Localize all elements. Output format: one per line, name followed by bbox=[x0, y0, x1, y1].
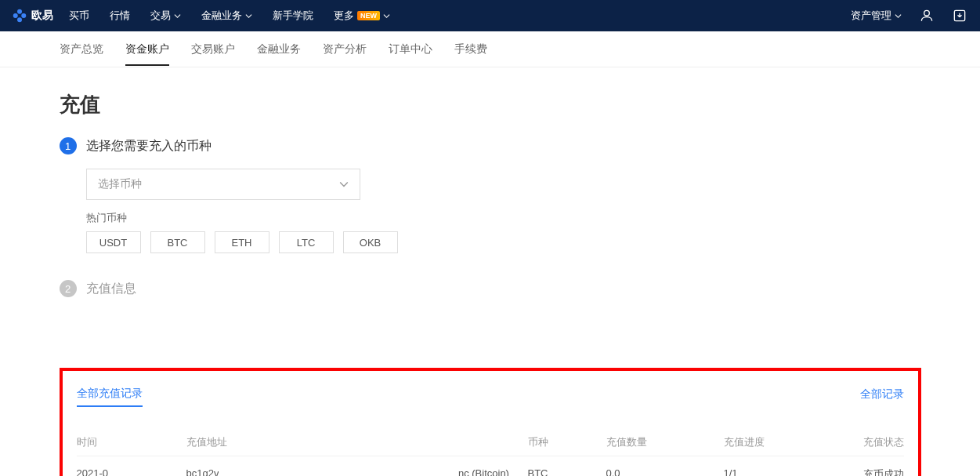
tab-overview[interactable]: 资产总览 bbox=[60, 33, 103, 66]
user-icon[interactable] bbox=[919, 8, 935, 24]
chevron-down-icon bbox=[339, 180, 349, 189]
coin-chip-eth[interactable]: ETH bbox=[215, 231, 269, 253]
svg-point-2 bbox=[21, 13, 26, 18]
svg-point-4 bbox=[924, 10, 930, 16]
col-header-coin: 币种 bbox=[528, 435, 606, 449]
col-header-time: 时间 bbox=[77, 435, 186, 449]
nav-trade[interactable]: 交易 bbox=[150, 9, 181, 23]
brand-logo[interactable]: 欧易 bbox=[13, 9, 53, 23]
records-tab-row: 全部充值记录 全部记录 bbox=[77, 382, 904, 407]
hot-coins-row: USDT BTC ETH LTC OKB bbox=[86, 231, 921, 253]
nav-market[interactable]: 行情 bbox=[110, 9, 130, 23]
new-badge: NEW bbox=[357, 11, 380, 20]
col-header-addr: 充值地址 bbox=[186, 435, 528, 449]
tab-trading[interactable]: 交易账户 bbox=[191, 33, 235, 66]
subnav-tabs: 资产总览 资金账户 交易账户 金融业务 资产分析 订单中心 手续费 bbox=[60, 31, 921, 67]
coin-chip-btc[interactable]: BTC bbox=[150, 231, 205, 253]
coin-chip-ltc[interactable]: LTC bbox=[279, 231, 334, 253]
step-1-header: 1 选择您需要充入的币种 bbox=[60, 137, 921, 154]
svg-point-1 bbox=[13, 13, 18, 18]
tab-fees[interactable]: 手续费 bbox=[454, 33, 487, 66]
records-panel: 全部充值记录 全部记录 时间 充值地址 币种 充值数量 充值进度 充值状态 20… bbox=[60, 368, 921, 476]
step-1-title: 选择您需要充入的币种 bbox=[86, 138, 212, 154]
chevron-down-icon bbox=[245, 13, 252, 20]
svg-point-3 bbox=[17, 17, 22, 22]
chevron-down-icon bbox=[383, 13, 390, 20]
nav-finance[interactable]: 金融业务 bbox=[201, 9, 252, 23]
nav-more[interactable]: 更多NEW bbox=[334, 9, 390, 23]
download-icon[interactable] bbox=[952, 8, 967, 24]
coin-select-placeholder: 选择币种 bbox=[98, 177, 142, 191]
tab-orders[interactable]: 订单中心 bbox=[389, 33, 432, 66]
tab-funding[interactable]: 资金账户 bbox=[125, 33, 169, 66]
hot-coins-label: 热门币种 bbox=[86, 211, 921, 225]
coin-select[interactable]: 选择币种 bbox=[86, 169, 360, 200]
records-row: 2021-0xxxxxxx bc1q2vxxxxxxxxxxxxxxxxxxxx… bbox=[77, 456, 904, 476]
nav-academy[interactable]: 新手学院 bbox=[273, 9, 313, 23]
tab-finance[interactable]: 金融业务 bbox=[257, 33, 301, 66]
records-tab-all[interactable]: 全部充值记录 bbox=[77, 382, 143, 407]
cell-time: 2021-0xxxxxxx bbox=[77, 467, 186, 476]
records-all-link[interactable]: 全部记录 bbox=[860, 387, 904, 402]
records-header-row: 时间 充值地址 币种 充值数量 充值进度 充值状态 bbox=[77, 429, 904, 456]
step-2-header: 2 充值信息 bbox=[60, 280, 921, 297]
step-1-badge: 1 bbox=[60, 137, 77, 154]
nav-buy[interactable]: 买币 bbox=[69, 9, 89, 23]
chevron-down-icon bbox=[895, 13, 902, 20]
chevron-down-icon bbox=[174, 13, 181, 20]
step-1-body: 选择币种 热门币种 USDT BTC ETH LTC OKB bbox=[86, 169, 921, 253]
main-content: 充值 1 选择您需要充入的币种 选择币种 热门币种 USDT BTC ETH L… bbox=[60, 67, 921, 476]
coin-chip-okb[interactable]: OKB bbox=[343, 231, 398, 253]
page-title: 充值 bbox=[60, 91, 921, 118]
top-navbar: 欧易 买币 行情 交易 金融业务 新手学院 更多NEW 资产管理 bbox=[0, 0, 980, 31]
cell-status: 充币成功 bbox=[841, 467, 904, 476]
svg-point-0 bbox=[17, 9, 22, 14]
cell-progress: 1/1 bbox=[724, 467, 841, 476]
brand-icon bbox=[13, 9, 27, 23]
subnav-container: 资产总览 资金账户 交易账户 金融业务 资产分析 订单中心 手续费 bbox=[0, 31, 980, 67]
step-2-title: 充值信息 bbox=[86, 281, 136, 297]
brand-text: 欧易 bbox=[31, 9, 53, 23]
nav-asset-mgmt[interactable]: 资产管理 bbox=[851, 9, 902, 23]
col-header-amount: 充值数量 bbox=[606, 435, 724, 449]
cell-addr: bc1q2vxxxxxxxxxxxxxxxxxxxxxxxxxxxxxxxxxx… bbox=[186, 467, 528, 476]
col-header-progress: 充值进度 bbox=[724, 435, 841, 449]
nav-left-group: 买币 行情 交易 金融业务 新手学院 更多NEW bbox=[69, 9, 390, 23]
step-2-badge: 2 bbox=[60, 280, 77, 297]
cell-amount: 0.0xxx bbox=[606, 467, 724, 476]
records-table: 时间 充值地址 币种 充值数量 充值进度 充值状态 2021-0xxxxxxx … bbox=[77, 429, 904, 476]
coin-chip-usdt[interactable]: USDT bbox=[86, 231, 141, 253]
col-header-status: 充值状态 bbox=[841, 435, 904, 449]
tab-analysis[interactable]: 资产分析 bbox=[323, 33, 367, 66]
cell-coin: BTC bbox=[528, 467, 606, 476]
nav-right-group: 资产管理 bbox=[851, 8, 967, 24]
